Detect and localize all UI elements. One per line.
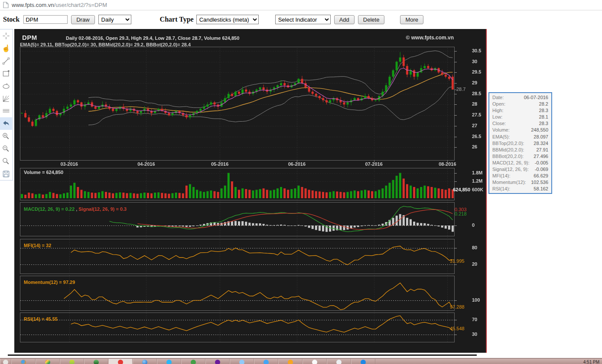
stock-input[interactable] [23, 15, 68, 24]
period-select[interactable]: Daily [98, 15, 131, 24]
taskbar-app-notepad-app[interactable] [303, 359, 327, 364]
firefox-like-icon [21, 360, 26, 364]
taskbar-app-firefox-like[interactable] [11, 359, 36, 364]
zoom-out-tool[interactable] [0, 142, 12, 155]
rectangle-tool[interactable] [0, 67, 12, 80]
browser-url-bar[interactable]: www.fpts.com.vn/user/chart2/?s=DPM [0, 0, 602, 10]
taskbar-app-media-v[interactable] [84, 359, 108, 364]
taskbar-app-folder-app[interactable] [278, 359, 303, 364]
price-tick-label: 28 [472, 101, 477, 106]
taskbar-app-messenger-like[interactable] [254, 359, 278, 364]
tooltip-value: 248,550 [531, 127, 548, 133]
zoom-in-tool[interactable] [0, 130, 12, 142]
macd-header-separator: , [75, 206, 78, 212]
taskbar-app-blue-orb[interactable] [133, 359, 157, 364]
tooltip-label: Close: [492, 120, 506, 127]
tooltip-value: 28.3 [539, 120, 548, 127]
price-tick-label: 27 [472, 123, 477, 128]
hand-tool[interactable]: ☝ [0, 42, 12, 55]
mail-swoosh-icon [361, 360, 366, 364]
record-red-icon [118, 360, 123, 364]
delete-button[interactable]: Delete [358, 15, 385, 24]
trendline-tool[interactable] [0, 55, 12, 67]
price-tick-label: 27.5 [472, 112, 481, 117]
add-button[interactable]: Add [334, 15, 355, 24]
chart-copyright: © www.fpts.com.vn [406, 35, 454, 41]
save-tool[interactable] [0, 168, 12, 180]
tooltip-value: 66.629 [534, 173, 548, 179]
tooltip-row: Close:28.3 [489, 120, 551, 127]
tooltip-label: MACD(12, 26, 9): [492, 160, 530, 166]
parallel-lines-icon [2, 107, 10, 116]
draw-button[interactable]: Draw [71, 15, 94, 24]
media-v-icon [94, 360, 99, 364]
crosshair-tool[interactable] [0, 29, 12, 42]
tooltip-row: RSI(14):58.162 [489, 186, 551, 192]
undo-tool[interactable] [0, 117, 12, 130]
tooltip-row: BBMid(20,2.0):27.91 [489, 147, 551, 153]
folder-app-icon [288, 360, 293, 364]
chart-type-select[interactable]: Candlesticks (meta) [196, 15, 259, 24]
taskbar-clock: 4:51 PM [583, 360, 599, 364]
chart-ohlc-summary: Daily 02-08-2016, Open 29.3, High 29.4, … [66, 35, 239, 41]
month-axis-label: 07-2016 [360, 161, 388, 167]
magnify-icon [2, 157, 10, 166]
macd-current-label: 0.218 [455, 211, 467, 216]
taskbar-app-mail-swoosh[interactable] [351, 359, 375, 364]
notes-like-icon [69, 360, 75, 364]
volume-panel-header: Volume = 624,850 [24, 170, 63, 175]
chart-toolbar: Stock Draw Daily Chart Type Candlesticks… [0, 11, 602, 28]
volume-tick-label: 1.2M [472, 178, 482, 184]
taskbar-app-player-green[interactable] [181, 359, 205, 364]
chart-indicator-line: EMA(5)= 29.11, BBTop(20,2.0)= 30, BBMid(… [20, 42, 191, 47]
parallel-lines-tool[interactable] [0, 105, 12, 117]
volume-current-label: 624,850 [448, 187, 470, 192]
ellipse-tool[interactable] [0, 80, 12, 92]
magnify-tool[interactable] [0, 155, 12, 168]
ellipse-icon [2, 82, 10, 90]
tooltip-label: BBMid(20,2.0): [492, 147, 524, 153]
tooltip-label: MFI(14): [492, 173, 511, 179]
more-button[interactable]: More [400, 15, 423, 24]
data-tooltip-panel: Date:06-07-2016Open:28.2High:28.3Low:28.… [488, 92, 552, 194]
tooltip-value: -0.069 [535, 166, 548, 173]
taskbar-app-notes-like[interactable] [60, 359, 84, 364]
taskbar-app-monitor-app[interactable] [230, 359, 254, 364]
indicator-select[interactable]: Select Indicator [275, 15, 331, 24]
monitor-app-icon [239, 360, 244, 364]
taskbar-app-clock-app[interactable] [327, 359, 351, 364]
momentum-current-label: 97.288 [450, 304, 465, 309]
tooltip-value: 28.097 [534, 134, 548, 140]
taskbar-app-app-partial[interactable] [0, 359, 11, 364]
taskbar: 4:51 PM [0, 358, 602, 364]
volume-tick-label: 1.8M [472, 170, 482, 175]
save-icon [2, 170, 10, 178]
messenger-like-icon [264, 360, 269, 364]
tooltip-value: 27.91 [536, 147, 548, 153]
tooltip-label: Date: [492, 94, 504, 101]
taskbar-app-paint-like[interactable] [36, 359, 60, 364]
tooltip-value: 06-07-2016 [524, 94, 548, 101]
mfi-tick-label: 80 [472, 245, 477, 250]
last-price-label: 28.7 [456, 87, 465, 92]
page-bottom-rule [8, 354, 477, 356]
chart-canvas[interactable] [14, 29, 487, 353]
macd-panel-header: MACD(12, 26, 9) = 0.22 , Signal(12, 26, … [24, 206, 127, 212]
volume-tick-label: 600K [472, 187, 483, 192]
tooltip-value: -0.005 [535, 160, 548, 166]
app-partial-icon [3, 360, 8, 364]
month-axis-label: 04-2016 [132, 161, 160, 167]
tooltip-value: 28.324 [534, 140, 548, 147]
taskbar-app-purple-app[interactable] [205, 359, 230, 364]
price-tick-label: 26.5 [472, 134, 481, 139]
tooltip-label: Momentum(12): [492, 179, 526, 186]
taskbar-app-skype-like[interactable] [157, 359, 181, 364]
gann-fan-tool[interactable] [0, 92, 12, 105]
tooltip-value: 28.3 [539, 107, 548, 114]
url-path: /user/chart2/?s=DPM [54, 2, 107, 8]
tooltip-value: 102.536 [531, 179, 548, 186]
taskbar-app-record-red[interactable] [108, 359, 133, 364]
tooltip-row: BBTop(20,2.0):28.324 [489, 140, 551, 147]
notepad-app-icon [312, 360, 317, 364]
price-tick-label: 26 [472, 144, 477, 149]
